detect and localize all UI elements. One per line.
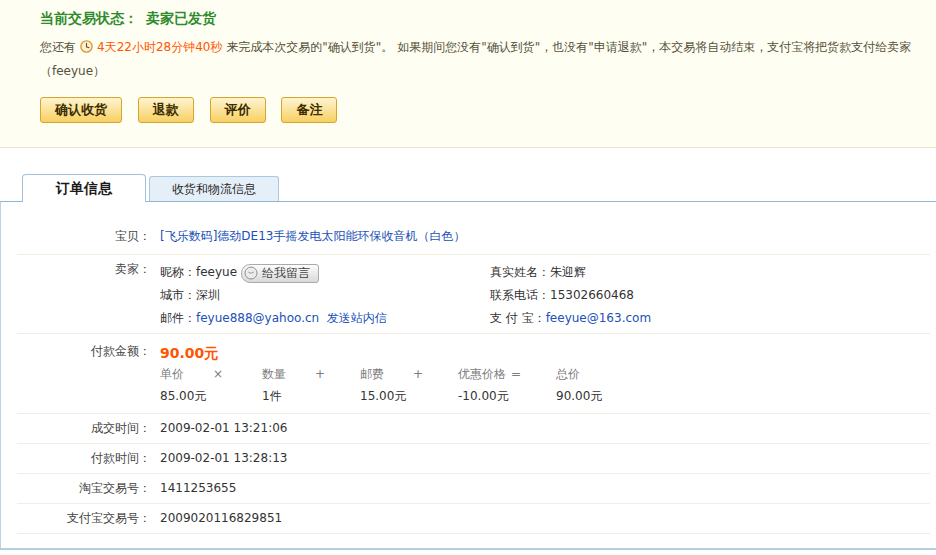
taobao-order-id-label: 淘宝交易号： [17,481,151,496]
product-label: 宝贝： [17,228,151,245]
phone-value: 15302660468 [550,288,634,302]
payment-breakdown-values: 85.00元 1件 15.00元 -10.00元 90.00元 [160,385,654,407]
city-label: 城市： [160,288,196,302]
seller-phone-line: 联系电话：15302660468 [490,284,651,307]
countdown-prefix: 您还有 [40,40,76,54]
realname-value: 朱迎辉 [550,265,586,279]
countdown-time: 4天22小时28分钟40秒 [97,40,222,54]
review-button[interactable]: 评价 [210,97,266,123]
payment-time-label: 付款时间： [17,451,151,466]
phone-label: 联系电话： [490,288,550,302]
total-header: 总价 [556,367,580,381]
payment-label: 付款金额： [17,343,151,407]
seller-realname-line: 真实姓名：朱迎辉 [490,261,651,284]
order-info-panel: 宝贝： [飞乐数码]德劲DE13手摇发电太阳能环保收音机（白色） 卖家： 昵称：… [0,201,936,548]
total-value: 90.00元 [556,389,602,403]
leave-message-label: 给我留言 [262,265,310,282]
alipay-account-link[interactable]: feeyue@163.com [546,311,651,325]
countdown-paragraph: 您还有4天22小时28分钟40秒 来完成本次交易的"确认到货"。 如果期间您没有… [40,36,922,82]
nickname-label: 昵称： [160,265,196,279]
seller-alipay-line: 支 付 宝：feeyue@163.com [490,307,651,330]
status-label: 当前交易状态： [40,10,138,26]
payment-time-value: 2009-02-01 13:28:13 [160,451,287,466]
discount-value: -10.00元 [458,389,509,403]
payment-amount: 90.00元 [160,343,654,363]
plus-operator-1: + [315,363,325,385]
seller-email-link[interactable]: feyue888@yahoo.cn [196,311,319,325]
payment-row: 付款金额： 90.00元 单价× 数量+ 邮费+ 优惠价格= 总价 85.00元… [17,334,930,414]
alipay-order-id-row: 支付宝交易号： 2009020116829851 [17,504,930,534]
deal-time-row: 成交时间： 2009-02-01 13:21:06 [17,414,930,444]
unit-price-value: 85.00元 [160,389,206,403]
wangwang-icon [244,266,258,280]
seller-column-left: 昵称：feeyue给我留言 城市：深圳 邮件：feyue888@yahoo.cn… [160,261,490,330]
status-value: 卖家已发货 [146,10,216,26]
refund-button[interactable]: 退款 [138,97,194,123]
quantity-header: 数量 [262,367,286,381]
email-label: 邮件： [160,311,196,325]
taobao-order-id-value: 1411253655 [160,481,236,496]
seller-row: 卖家： 昵称：feeyue给我留言 城市：深圳 邮件：feyue888@yaho… [17,255,930,334]
seller-column-right: 真实姓名：朱迎辉 联系电话：15302660468 支 付 宝：feeyue@1… [490,261,651,330]
transaction-status-banner: 当前交易状态：卖家已发货 您还有4天22小时28分钟40秒 来完成本次交易的"确… [0,0,936,148]
deal-time-label: 成交时间： [17,421,151,436]
status-line: 当前交易状态：卖家已发货 [40,10,922,28]
shipping-fee-value: 15.00元 [360,389,406,403]
unit-price-header: 单价 [160,367,184,381]
seller-label: 卖家： [17,261,151,330]
product-link[interactable]: [飞乐数码]德劲DE13手摇发电太阳能环保收音机（白色） [160,229,465,243]
leave-message-button[interactable]: 给我留言 [241,264,319,283]
confirm-receipt-button[interactable]: 确认收货 [40,97,122,123]
multiply-operator: × [213,363,223,385]
nickname-value: feeyue [196,265,237,279]
realname-label: 真实姓名： [490,265,550,279]
quantity-value: 1件 [262,389,282,403]
product-row: 宝贝： [飞乐数码]德劲DE13手摇发电太阳能环保收音机（白色） [17,202,930,255]
alipay-order-id-value: 2009020116829851 [160,511,282,526]
clock-icon [80,38,93,60]
taobao-order-id-row: 淘宝交易号： 1411253655 [17,474,930,504]
tab-shipping-info[interactable]: 收货和物流信息 [149,176,279,201]
equals-operator: = [511,363,521,385]
bottom-divider [0,548,936,550]
alipay-label: 支 付 宝： [490,311,546,325]
remark-button[interactable]: 备注 [281,97,337,123]
city-value: 深圳 [196,288,220,302]
payment-detail: 90.00元 单价× 数量+ 邮费+ 优惠价格= 总价 85.00元 1件 15… [160,343,654,407]
seller-email-line: 邮件：feyue888@yahoo.cn 发送站内信 [160,307,490,330]
send-site-message-link[interactable]: 发送站内信 [327,311,387,325]
seller-city-line: 城市：深圳 [160,284,490,307]
discount-header: 优惠价格 [458,367,506,381]
plus-operator-2: + [413,363,423,385]
alipay-order-id-label: 支付宝交易号： [17,511,151,526]
payment-time-row: 付款时间： 2009-02-01 13:28:13 [17,444,930,474]
seller-columns: 昵称：feeyue给我留言 城市：深圳 邮件：feyue888@yahoo.cn… [160,261,651,330]
tab-bar: 订单信息 收货和物流信息 [0,173,936,201]
seller-nickname-line: 昵称：feeyue给我留言 [160,261,490,284]
tab-order-info[interactable]: 订单信息 [22,174,146,202]
payment-breakdown-headers: 单价× 数量+ 邮费+ 优惠价格= 总价 [160,363,654,385]
shipping-fee-header: 邮费 [360,367,384,381]
action-buttons: 确认收货 退款 评价 备注 [40,97,922,123]
deal-time-value: 2009-02-01 13:21:06 [160,421,287,436]
